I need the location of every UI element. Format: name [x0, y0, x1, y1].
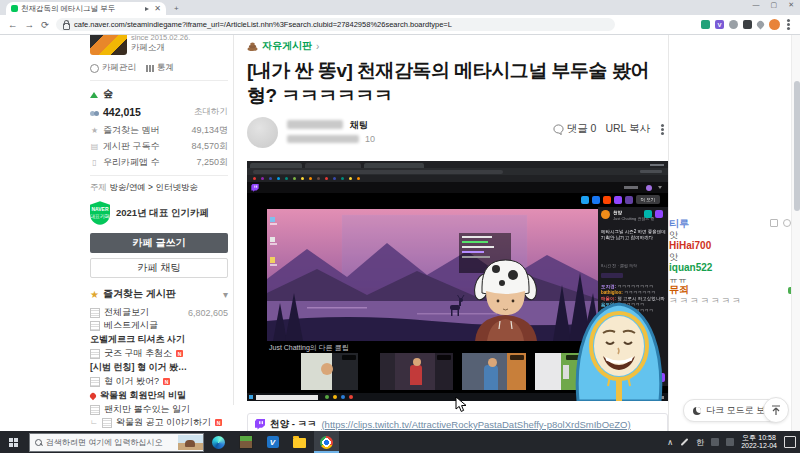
breadcrumb[interactable]: 자유게시판 ›: [247, 39, 668, 53]
author-row: 채팅 10 댓글 0 URL 복사: [247, 116, 668, 152]
author-name-blurred: [287, 120, 343, 129]
scrollbar[interactable]: [791, 35, 800, 431]
clip-url-link[interactable]: (https://clips.twitch.tv/AttractiveRocky…: [321, 419, 630, 430]
tray-app-icon[interactable]: [711, 438, 719, 446]
extension-icon[interactable]: [729, 20, 738, 29]
extension-icon[interactable]: [743, 20, 752, 29]
minecraft-icon: [239, 435, 253, 449]
post-more-icon[interactable]: [661, 128, 664, 131]
embed-share-icon[interactable]: [625, 196, 633, 204]
close-button[interactable]: ✕: [788, 1, 794, 9]
board-list-icon: [90, 349, 100, 359]
cafe-sidebar: since 2015.02.26. 카페소개 카페관리 통계 숲 442,0: [90, 35, 228, 431]
maximize-button[interactable]: ▢: [771, 1, 778, 9]
sidebar-group-header-secret: 왁물원 회원만의 비밀: [90, 388, 228, 403]
taskbar-v-app-button[interactable]: V: [260, 431, 285, 453]
sidebar-item-goods[interactable]: 굿즈 구매 추첨소 N: [90, 347, 228, 360]
url-copy-button[interactable]: URL 복사: [605, 122, 650, 136]
address-bar[interactable]: cafe.naver.com/steamindiegame?iframe_url…: [56, 18, 615, 31]
cafe-logo[interactable]: [90, 35, 127, 55]
twitter-share-icon[interactable]: [581, 196, 589, 204]
chrome-icon: [320, 436, 333, 449]
taskbar-minecraft-button[interactable]: [233, 431, 258, 453]
share-more-button[interactable]: 더 보기: [636, 195, 660, 204]
streamer-avatar: [601, 210, 610, 219]
pin-icon[interactable]: [756, 20, 766, 30]
sidebar-item-best[interactable]: 베스트게시글: [90, 319, 228, 332]
subscribe-button[interactable]: [655, 210, 663, 218]
overlay-window-icon: [770, 219, 778, 227]
browser-urlbar: ← → ⟳ cafe.naver.com/steamindiegame?ifra…: [0, 15, 800, 35]
tab-close-icon[interactable]: ✕: [154, 5, 161, 13]
reload-icon[interactable]: ⟳: [41, 19, 49, 30]
cafe-stats-link[interactable]: 통계: [146, 62, 174, 74]
scroll-top-button[interactable]: [763, 397, 789, 423]
taskbar-edge-button[interactable]: [206, 431, 231, 453]
pen-icon[interactable]: [681, 438, 689, 446]
browser-tab[interactable]: 천재감독의 메타시그널 부두 ✕: [6, 2, 166, 15]
twitch-share-icon[interactable]: [614, 196, 622, 204]
board-list-icon: [90, 321, 100, 331]
sidebar-item-hyeong[interactable]: 형 이거 봤어? N: [90, 375, 228, 388]
cafe-since: since 2015.02.26.: [131, 35, 190, 42]
cafe-write-button[interactable]: 카페 글쓰기: [90, 233, 228, 253]
inner-tabstrip: [247, 161, 668, 168]
minimize-button[interactable]: —: [753, 1, 760, 9]
board-list-icon: [90, 377, 100, 387]
clip-thumbnail[interactable]: [462, 353, 526, 390]
extension-v-icon[interactable]: V: [715, 20, 724, 29]
start-button[interactable]: [0, 431, 27, 453]
tray-chevron-icon[interactable]: ∧: [667, 438, 673, 447]
tray-app-icon[interactable]: [726, 438, 734, 446]
sidebar-item-diary[interactable]: 팬치만 볼수있는 일기: [90, 403, 228, 416]
invite-link[interactable]: 초대하기: [194, 106, 228, 118]
star-icon: ★: [90, 126, 99, 135]
cafe-topic: 주제 방송/연예 > 인터넷방송: [90, 182, 228, 194]
clip-thumbnail[interactable]: [380, 353, 453, 390]
ime-indicator[interactable]: 한: [696, 437, 704, 448]
taskbar-clock[interactable]: 오후 10:58 2022-12-04: [741, 434, 777, 451]
tree-icon: [90, 88, 98, 98]
board-list-icon: [102, 418, 112, 428]
browser-menu-icon[interactable]: [787, 23, 790, 26]
profile-avatar[interactable]: [769, 19, 780, 30]
back-icon[interactable]: ←: [8, 19, 18, 30]
cafe-chat-button[interactable]: 카페 채팅: [90, 258, 228, 278]
sidebar-item-allposts[interactable]: 전체글보기 6,802,605: [90, 306, 228, 319]
reddit-share-icon[interactable]: [603, 196, 611, 204]
browser-tabstrip: 천재감독의 메타시그널 부두 ✕ + — ▢ ✕: [0, 0, 800, 15]
search-icon: [35, 439, 42, 446]
naver-badge-icon: NAVER 대표카페: [90, 201, 110, 225]
cafe-intro-link[interactable]: 카페소개: [131, 42, 190, 54]
url-text: cafe.naver.com/steamindiegame?iframe_url…: [74, 20, 452, 29]
desktop-icon: [270, 257, 277, 266]
view-count-badge: [437, 355, 451, 360]
facebook-share-icon[interactable]: [592, 196, 600, 204]
taskbar-chrome-button[interactable]: [314, 431, 339, 453]
chat-overlay: 티루 앗 HiHai700 앗 iquan522 ㅠㅠ 뮤죄 ㅋㅋㅋㅋㅋㅋㅋ: [669, 218, 797, 306]
scrollbar-thumb[interactable]: [794, 81, 800, 211]
inner-urlbar: [247, 168, 668, 175]
taskbar-explorer-button[interactable]: [287, 431, 312, 453]
new-tab-button[interactable]: +: [174, 5, 179, 13]
video-embed[interactable]: 더 보기: [247, 161, 668, 401]
cafe-manage-link[interactable]: 카페관리: [90, 62, 136, 74]
follow-heart-button[interactable]: [644, 210, 652, 218]
chevron-down-icon[interactable]: ▾: [223, 289, 228, 300]
stat-label: 게시판 구독수: [103, 140, 160, 153]
sidebar-item-notice-talk[interactable]: ㄴ 왁물원 공고 이야기하기 N: [90, 416, 228, 429]
sidebar-group-header: [시범 런칭] 형 이거 봤…: [90, 360, 228, 375]
author-avatar[interactable]: [247, 117, 278, 148]
webcam-avatar-dog-hat: [467, 249, 545, 341]
comment-count[interactable]: 댓글 0: [553, 122, 597, 136]
taskbar-search-input[interactable]: 검색하려면 여기에 입력하십시오: [29, 433, 204, 452]
forward-icon[interactable]: →: [25, 19, 35, 30]
arrow-up-icon: [771, 405, 781, 416]
sidebar-group-header: 오벨게르크 티셔츠 사기: [90, 332, 228, 347]
clip-thumbnail[interactable]: [301, 353, 358, 390]
notification-center-icon[interactable]: [784, 436, 796, 448]
overlay-chat-message: HiHai700 앗: [669, 240, 797, 262]
search-highlight-image[interactable]: [178, 435, 203, 450]
fav-star-icon: ★: [90, 289, 99, 300]
extension-icon[interactable]: [701, 20, 710, 29]
